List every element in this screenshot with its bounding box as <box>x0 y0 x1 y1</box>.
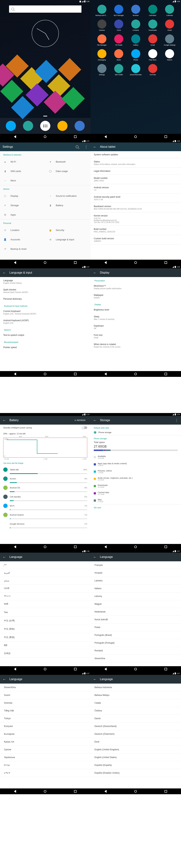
app-camera[interactable]: Camera <box>94 20 110 31</box>
battery-item[interactable]: Google Services1% <box>0 520 90 527</box>
language-option[interactable]: Hrvatski <box>90 569 181 577</box>
language-option[interactable]: Svenska <box>0 699 90 707</box>
search-icon[interactable] <box>76 145 79 148</box>
language-option[interactable]: Français <box>90 561 181 569</box>
app-phone[interactable]: Phone <box>128 49 144 61</box>
language-option[interactable]: Bahasa Indonesia <box>90 684 181 691</box>
about-row[interactable]: Android version7.0 <box>90 184 181 193</box>
app-browser[interactable]: Browser <box>128 5 144 16</box>
pref-row[interactable]: WallpaperDefault <box>90 292 181 301</box>
about-row[interactable]: Android security patch level2018-11-05 <box>90 193 181 203</box>
about-row[interactable]: Model numberJAMV–R010 <box>90 175 181 184</box>
dock-drawer[interactable] <box>40 121 50 131</box>
app-file-manager[interactable]: File Manager <box>94 34 110 46</box>
about-row[interactable]: Baseband versionMOLY.WR8.W1449.MD.WG.MP.… <box>90 203 181 212</box>
about-row[interactable]: Custom build versionvKB0022 <box>90 235 181 244</box>
language-option[interactable]: Español (Estados Unidos) <box>90 769 181 777</box>
language-option[interactable]: Deutsch (Österreich) <box>90 730 181 738</box>
battery-item[interactable]: Android System1% <box>0 511 90 519</box>
language-option[interactable]: Bahasa Melayu <box>90 691 181 699</box>
storage-item[interactable]: Cached data18.71MB <box>90 490 181 497</box>
language-option[interactable]: Română <box>90 647 181 655</box>
settings-location[interactable]: ⊙Location <box>0 225 45 235</box>
language-option[interactable]: Magyar <box>90 600 181 608</box>
language-option[interactable]: العربية <box>0 569 90 577</box>
refresh-button[interactable]: ⟳ REFRESH <box>72 420 88 421</box>
app-play-store[interactable]: Play Store <box>145 49 160 61</box>
language-option[interactable]: Українська <box>0 753 90 761</box>
language-option[interactable]: ਪੰਜਾਬੀ <box>0 585 90 592</box>
overflow-icon[interactable]: ⋮ <box>84 145 88 149</box>
about-row[interactable]: Kernel version3.10.72+buildserver@builds… <box>90 212 181 225</box>
app-search[interactable]: Search <box>162 49 177 61</box>
back-icon[interactable]: ← <box>3 418 6 423</box>
storage-default-radio[interactable]: Phone storage <box>90 430 181 435</box>
language-option[interactable]: ཡུལ་ <box>0 561 90 569</box>
app-settings[interactable]: Settings <box>94 64 110 75</box>
battery-item[interactable]: Android OS6% <box>0 484 90 491</box>
language-option[interactable]: తెలుగు <box>0 592 90 600</box>
language-option[interactable]: Latviešu <box>90 577 181 585</box>
pref-row[interactable]: SleepAfter 1 minute of inactivity <box>90 313 181 322</box>
analog-clock-widget[interactable] <box>32 20 59 47</box>
pref-row[interactable]: Spell checkerAndroid Spell Checker (AOSP… <box>0 286 90 296</box>
language-option[interactable]: मराठी <box>0 600 90 608</box>
language-option[interactable]: Italiano <box>90 585 181 592</box>
pref-row[interactable]: Android Keyboard (AOSP)English (US) <box>0 317 90 326</box>
back-button[interactable] <box>104 135 107 138</box>
storage-item[interactable]: Pictures, videos1.22MB <box>90 468 181 475</box>
language-option[interactable]: English (United States) <box>90 753 181 761</box>
pref-row[interactable]: Brightness level <box>90 306 181 313</box>
settings-data-usage[interactable]: ◯Data usage <box>45 166 90 176</box>
pref-row[interactable]: Text-to-speech output <box>0 332 90 339</box>
app-ble-manager[interactable]: BLE Manager <box>111 5 127 16</box>
language-option[interactable]: Български <box>0 730 90 738</box>
app-gmail[interactable]: Gmail <box>145 34 160 46</box>
app-clock[interactable]: Clock <box>111 20 127 31</box>
language-option[interactable]: Suomi <box>0 691 90 699</box>
language-option[interactable]: Norsk bokmål <box>90 616 181 623</box>
language-option[interactable]: Ελληνικά <box>0 722 90 730</box>
pref-row[interactable]: LanguageEnglish (United States) <box>0 277 90 286</box>
pref-row[interactable]: Pointer speed <box>0 344 90 351</box>
settings-backup[interactable]: ↺Backup & reset <box>0 244 90 253</box>
pref-row[interactable]: MiraVision™Display picture quality optim… <box>90 282 181 292</box>
search-bar[interactable] <box>9 5 82 13</box>
language-option[interactable]: 中文 (简体) <box>0 625 90 633</box>
back-icon[interactable]: ← <box>3 271 6 275</box>
language-option[interactable]: Polski <box>90 623 181 631</box>
overflow-icon[interactable]: ⋮ <box>175 418 178 423</box>
back-button[interactable] <box>14 135 16 138</box>
dock-messaging[interactable] <box>57 121 67 131</box>
battery-item[interactable]: Tablet idle36% <box>0 466 90 473</box>
app-sim-toolkit[interactable]: SIM Toolkit <box>111 64 127 75</box>
back-icon[interactable]: ← <box>3 677 6 681</box>
language-option[interactable]: Español (España) <box>90 761 181 769</box>
app-music[interactable]: Music <box>111 49 127 61</box>
power-saving-toggle[interactable] <box>82 426 87 429</box>
settings-wifi[interactable]: ▲Wi-Fi <box>0 157 45 166</box>
language-option[interactable]: Português (Brasil) <box>90 631 181 639</box>
language-option[interactable]: 日本語 <box>0 649 90 658</box>
settings-display[interactable]: ▢Display <box>0 191 45 200</box>
pref-row[interactable]: DaydreamOff <box>90 322 181 332</box>
language-option[interactable]: Slovenčina <box>90 655 181 662</box>
language-option[interactable]: Nederlands <box>90 608 181 616</box>
back-icon[interactable]: ← <box>93 677 97 681</box>
settings-more[interactable]: ⋯More <box>0 176 90 185</box>
back-icon[interactable]: ← <box>93 555 97 559</box>
language-option[interactable]: سنڌي <box>0 577 90 585</box>
settings-bluetooth[interactable]: ∗Bluetooth <box>45 157 90 166</box>
app-fm-radio[interactable]: FM Radio <box>111 34 127 46</box>
settings-security[interactable]: 🔒Security <box>45 225 90 235</box>
language-option[interactable]: Dansk <box>90 715 181 722</box>
language-option[interactable]: Čeština <box>90 707 181 715</box>
language-option[interactable]: Tiếng Việt <box>0 707 90 715</box>
pref-row[interactable]: When device is rotatedRotate the content… <box>90 341 181 350</box>
battery-item[interactable]: Cell standby5% <box>0 493 90 500</box>
settings-sim[interactable]: ▮SIM cards <box>0 166 45 176</box>
about-row[interactable]: Legal information <box>90 167 181 175</box>
language-option[interactable]: ไทย <box>0 608 90 617</box>
app-calculator[interactable]: Calculator <box>145 5 160 16</box>
dock-contacts[interactable] <box>23 121 33 131</box>
